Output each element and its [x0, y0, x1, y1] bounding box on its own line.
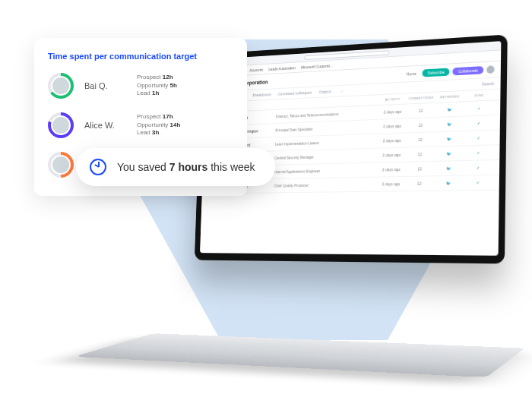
- subscribe-button[interactable]: Subscribe: [423, 68, 450, 77]
- check-icon: ✓: [463, 165, 492, 170]
- laptop-keyboard: [74, 333, 525, 377]
- col-activity: ACTIVITY: [378, 96, 407, 102]
- row-activity: 2 days ago: [377, 167, 405, 172]
- row-activity: 2 days ago: [378, 138, 406, 143]
- search-input[interactable]: Search: [482, 81, 494, 87]
- row-connections: 12: [405, 181, 434, 186]
- twitter-icon: 🐦: [434, 165, 464, 171]
- tab-accounts[interactable]: Accounts: [249, 67, 263, 72]
- subtab-organiz[interactable]: Organiz...: [318, 89, 334, 94]
- avatar[interactable]: [486, 65, 494, 74]
- col-networks: NETWORKS: [435, 94, 464, 99]
- comm-row: Bai Q.Prospect 12hOpportunity 5hLead 1h: [48, 73, 233, 99]
- row-connections: 12: [405, 166, 434, 172]
- check-icon: ✓: [463, 180, 492, 185]
- row-role: Director, Telcos and Telecommunications: [276, 110, 378, 118]
- avatar-ring: [48, 152, 74, 178]
- avatar-ring: [48, 73, 74, 99]
- avatar-ring: [48, 112, 74, 138]
- row-role: Internal Applications Engineer: [274, 168, 378, 175]
- tab-leads[interactable]: Leads Automation: [268, 65, 296, 71]
- chevron-right-icon[interactable]: ›: [341, 89, 343, 93]
- avatar: [51, 155, 71, 175]
- row-activity: 2 days ago: [378, 153, 406, 158]
- col-sync: SYNC: [464, 93, 494, 98]
- home-link[interactable]: Home: [407, 71, 416, 77]
- check-icon: ✓: [464, 106, 494, 112]
- row-connections: 12: [406, 137, 435, 142]
- comm-card-title: Time spent per communication target: [48, 52, 233, 61]
- comm-stats: Prospect 17hOpportunity 14hLead 3h: [137, 113, 180, 137]
- row-activity: 2 days ago: [378, 109, 407, 114]
- row-activity: 2 days ago: [377, 181, 405, 187]
- collaborate-button[interactable]: Collaborate: [453, 66, 483, 75]
- comm-name: Bai Q.: [84, 81, 126, 90]
- row-activity: 2 days ago: [378, 123, 407, 128]
- comm-stats: Prospect 12hOpportunity 5hLead 1h: [137, 74, 177, 97]
- col-connections: CONNECTIONS: [407, 96, 435, 101]
- subtab-colleagues[interactable]: Connected colleagues: [278, 90, 312, 96]
- check-icon: ✓: [464, 120, 493, 126]
- check-icon: ✓: [464, 135, 493, 140]
- row-role: Principal Data Specialist: [275, 125, 378, 133]
- saved-hours-pill: You saved 7 hours this week: [76, 148, 275, 186]
- comm-name: Alice W.: [84, 121, 126, 130]
- clock-icon: [90, 159, 106, 175]
- row-connections: 12: [407, 108, 435, 114]
- avatar: [51, 76, 71, 96]
- row-role: Lead Implementation Liaison: [275, 139, 378, 147]
- row-connections: 12: [406, 152, 435, 157]
- saved-text: You saved 7 hours this week: [117, 161, 255, 173]
- avatar: [51, 115, 71, 135]
- check-icon: ✓: [464, 150, 493, 156]
- twitter-icon: 🐦: [435, 136, 464, 141]
- row-connections: 12: [406, 122, 435, 128]
- twitter-icon: 🐦: [434, 181, 464, 186]
- twitter-icon: 🐦: [434, 151, 464, 156]
- row-role: Chief Quality Producer: [274, 182, 377, 188]
- row-role: Central Security Manager: [274, 153, 378, 160]
- tab-microsoft[interactable]: Microsoft Corporat...: [301, 63, 333, 69]
- twitter-icon: 🐦: [435, 106, 464, 112]
- comm-row: Alice W.Prospect 17hOpportunity 14hLead …: [48, 112, 233, 138]
- subtab-breakdowns[interactable]: Breakdowns: [253, 92, 271, 97]
- twitter-icon: 🐦: [435, 121, 464, 127]
